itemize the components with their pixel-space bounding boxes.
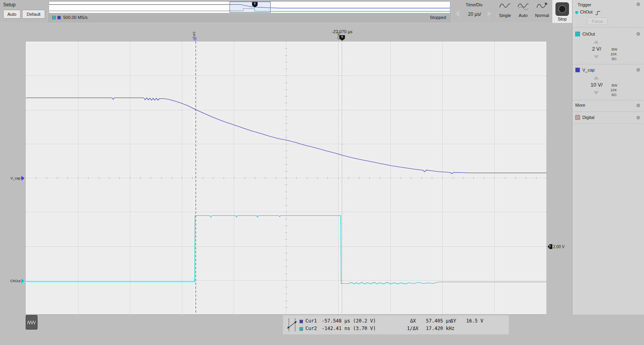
setup-default-label: Default [27,12,41,17]
timebase-value[interactable]: 20 µs/ [463,11,486,17]
cursor2-value: -142.41 ns (3.70 V) [322,326,376,331]
sample-rate: 500.00 MS/s [63,15,88,20]
chout-marker-arrow-icon [21,279,24,283]
digital-color-swatch[interactable] [575,115,580,120]
channel-vcap-gear-icon[interactable]: ⚙ [636,68,640,72]
auto-wave-icon [517,2,529,12]
normal-label: Normal [535,13,549,18]
delta-y-label: ΔY [450,318,456,324]
trigger-level-value: 2.00 V [553,245,565,249]
acquisition-status: Stopped [430,15,446,20]
trigger-level-tag-icon: T [548,244,552,249]
sidebar-divider [572,27,644,28]
channel-vcap-name[interactable]: V_cap [582,68,595,72]
more-gear-icon[interactable]: ⚙ [636,103,640,108]
chout-reference-marker[interactable]: ChOut [5,279,24,283]
cursor1-value: -57.548 µs (20.2 V) [322,318,376,324]
trigger-gear-icon[interactable]: ⚙ [636,2,640,7]
channel-vcap-scale-down-arrow[interactable] [593,91,599,94]
timebase-increase-arrow[interactable] [488,11,491,17]
overview-vcap-chip [57,16,61,19]
minimized-tool-button[interactable] [26,315,38,330]
inverse-delta-x-value: 17.420 kHz [426,326,454,331]
cursor1-name: Cur1 [305,318,317,324]
overview-waveform-canvas[interactable] [49,2,450,13]
oscilloscope-app: Setup Auto Default T 500.00 MS/s Stopped… [0,0,644,345]
trigger-slope-icon[interactable] [595,10,601,17]
channel-chout-bw: BW [612,47,618,51]
vcap-reference-marker[interactable]: V_cap [5,176,24,181]
mini-waveform-icon [26,319,37,327]
setup-title: Setup [3,2,15,8]
auto-label: Auto [519,13,528,18]
channel-chout-scale-up-arrow[interactable] [593,40,599,43]
setup-default-button[interactable]: Default [22,10,45,19]
sidebar-more[interactable]: More [575,103,585,107]
trigger-source-dot [575,11,578,14]
single-button[interactable]: Single [496,2,514,18]
single-wave-icon [499,2,511,12]
overview-status-row: 500.00 MS/s Stopped [49,13,450,23]
stop-button-panel: Stop [552,0,572,23]
inverse-delta-x-label: 1/ΔX [407,326,418,331]
cursor1-chip [299,320,303,323]
channel-vcap-color-swatch[interactable] [575,68,580,72]
vcap-marker-arrow-icon [21,176,24,181]
force-label: Force [592,19,603,24]
trigger-delay-value: -22.070 µs [327,29,357,34]
digital-gear-icon[interactable]: ⚙ [636,115,640,120]
sidebar-digital[interactable]: Digital [582,115,595,120]
channel-chout-name[interactable]: ChOut [582,32,595,36]
channel-chout-scale[interactable]: 2 V/ [585,46,608,52]
channel-chout-atten: 10X [610,52,617,56]
waveform-canvas[interactable] [26,41,546,314]
cursor2-name: Cur2 [305,326,317,331]
sidebar-divider [572,64,644,64]
channel-vcap-coupling: DC [612,93,617,97]
delta-x-value: 57.405 µs [426,318,452,324]
normal-wave-icon [536,2,548,12]
force-trigger-button[interactable]: Force [587,17,608,25]
channel-vcap-bw: BW [612,83,618,87]
channel-chout-coupling: DC [612,57,617,61]
channel-vcap-scale[interactable]: 10 V/ [585,82,608,88]
normal-button[interactable]: Normal [533,2,552,18]
channel-chout-color-swatch[interactable] [575,32,580,36]
delta-x-label: ΔX [410,318,416,324]
trigger-position-flag-icon[interactable]: T [339,35,345,41]
stop-label: Stop [552,17,572,21]
sidebar-divider [572,124,644,124]
timebase-decrease-arrow[interactable] [455,11,459,17]
channel-vcap-atten: 10X [610,88,617,92]
stop-circle-icon [558,5,566,13]
acquisition-overview[interactable]: T 500.00 MS/s Stopped [49,1,450,23]
cursors-icon[interactable] [286,317,298,335]
cursor1-pin-icon[interactable] [193,37,197,41]
channel-chout-gear-icon[interactable]: ⚙ [636,32,640,36]
sidebar-divider [572,100,644,100]
channel-vcap-scale-up-arrow[interactable] [593,76,599,79]
top-bar: Setup Auto Default T 500.00 MS/s Stopped… [0,0,644,23]
setup-auto-button[interactable]: Auto [3,10,21,19]
trigger-level-marker[interactable]: T 2.00 V [548,244,565,249]
channel-chout-scale-down-arrow[interactable] [593,55,599,58]
timebase-title: Time/Div [458,2,491,7]
auto-button[interactable]: Auto [514,2,532,18]
single-label: Single [499,13,511,18]
trigger-title: Trigger [578,2,591,7]
scope-graticule[interactable] [25,41,547,315]
delta-y-value: 16.5 V [466,318,483,324]
overview-chout-chip [52,16,56,19]
stop-button[interactable] [555,2,569,16]
trigger-source[interactable]: ChOut [580,9,593,14]
cursor2-chip [299,327,303,331]
setup-auto-label: Auto [8,12,17,17]
sidebar-divider [572,111,644,112]
